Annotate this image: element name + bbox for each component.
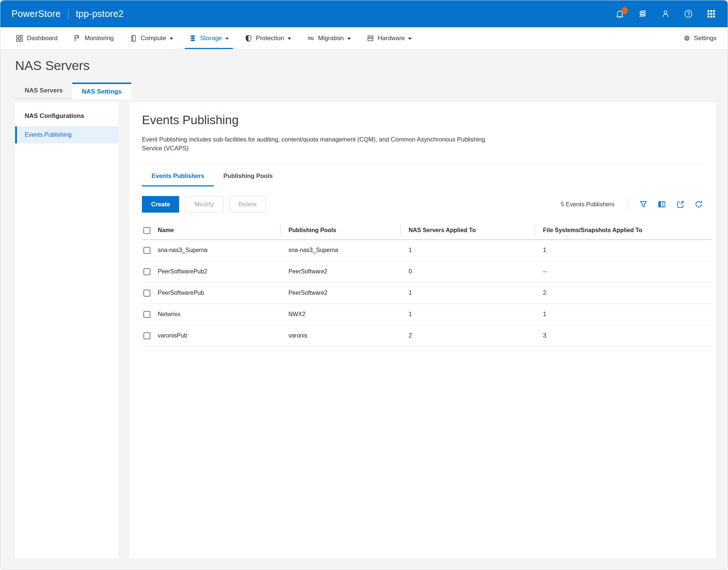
chevron-down-icon (170, 38, 173, 40)
filter-icon[interactable] (638, 199, 648, 209)
cell-nas-servers: 2 (400, 332, 535, 339)
sidebar-header: NAS Configurations (15, 102, 118, 120)
cell-nas-servers: 1 (400, 290, 535, 296)
apps-grid-icon[interactable] (706, 8, 717, 20)
powerstore-app-window: PowerStore tpp-pstore2 (0, 0, 728, 570)
migration-icon (307, 34, 315, 42)
page-title: NAS Servers (15, 58, 728, 73)
nav-label: Monitoring (84, 35, 114, 42)
protection-icon (244, 34, 252, 42)
cell-name: Netwrixx (158, 311, 180, 318)
notification-badge (621, 7, 628, 14)
create-button[interactable]: Create (142, 196, 179, 213)
nav-label: Hardware (378, 35, 405, 42)
cell-publishing-pool: PeerSoftware2 (280, 290, 400, 296)
cell-nas-servers: 1 (400, 247, 535, 253)
cell-file-systems: 1 (535, 311, 711, 318)
compute-icon (129, 34, 137, 42)
subtabs: Events Publishers Publishing Pools (129, 165, 716, 186)
topbar: PowerStore tpp-pstore2 (0, 0, 728, 27)
user-icon[interactable] (660, 8, 671, 20)
chevron-down-icon (288, 38, 291, 40)
tab-nas-settings[interactable]: NAS Settings (72, 83, 131, 99)
cell-publishing-pool: varonis (280, 332, 400, 339)
gear-icon (683, 34, 691, 42)
nav-item-hardware[interactable]: Hardware (359, 27, 420, 49)
cell-publishing-pool: sna-nas3_Superna (280, 247, 400, 253)
main-heading: Events Publishing (142, 113, 715, 127)
settings-label: Settings (694, 35, 717, 42)
nav-item-dashboard[interactable]: Dashboard (8, 27, 65, 49)
cell-nas-servers: 0 (400, 268, 535, 275)
row-checkbox[interactable] (143, 311, 150, 318)
cell-file-systems: 3 (535, 332, 711, 339)
row-checkbox[interactable] (143, 332, 150, 339)
table-row[interactable]: sna-nas3_Superna sna-nas3_Superna 1 1 (142, 240, 711, 261)
chevron-down-icon (347, 38, 351, 40)
modify-button[interactable]: Modify (185, 196, 223, 213)
cell-publishing-pool: NWX2 (280, 311, 400, 318)
export-icon[interactable] (675, 199, 685, 209)
nav-label: Dashboard (27, 35, 58, 42)
columns-icon[interactable] (657, 199, 666, 209)
table-row[interactable]: varonisPub varonis 2 3 (142, 325, 711, 347)
nav-item-migration[interactable]: Migration (299, 27, 359, 49)
sidebar-item-events-publishing[interactable]: Events Publishing (15, 126, 118, 143)
column-header-publishing-pools: Publishing Pools (280, 221, 400, 239)
cell-name: varonisPub (158, 332, 187, 339)
column-header-name: Name (158, 227, 174, 234)
table-row[interactable]: PeerSoftwarePub PeerSoftware2 1 2 (142, 283, 711, 304)
nav-item-compute[interactable]: Compute (122, 27, 181, 49)
subtab-events-publishers[interactable]: Events Publishers (142, 165, 214, 186)
help-icon[interactable] (683, 8, 694, 20)
toolbar: Create Modify Delete 5 Events Publishers (142, 196, 703, 213)
tab-nas-servers[interactable]: NAS Servers (15, 83, 72, 99)
storage-icon (189, 34, 197, 42)
nav-item-storage[interactable]: Storage (181, 27, 237, 49)
chevron-down-icon (225, 38, 229, 40)
sidebar: NAS Configurations Events Publishing (15, 102, 118, 558)
table-row[interactable]: Netwrixx NWX2 1 1 (142, 304, 711, 325)
row-checkbox[interactable] (143, 290, 150, 297)
section-divider (142, 164, 703, 164)
chevron-down-icon (408, 38, 412, 40)
column-header-nas-servers: NAS Servers Applied To (400, 221, 535, 239)
main-nav: Dashboard Monitoring Compute Storage (0, 27, 728, 49)
system-name: tpp-pstore2 (76, 8, 124, 19)
events-publishers-table: Name Publishing Pools NAS Servers Applie… (142, 221, 711, 347)
table-row[interactable]: PeerSoftwarePub2 PeerSoftware2 0 -- (142, 261, 711, 283)
subtab-publishing-pools[interactable]: Publishing Pools (214, 165, 282, 186)
nav-label: Storage (200, 35, 222, 42)
nav-label: Migration (318, 35, 344, 42)
column-header-file-systems: File Systems/Snapshots Applied To (535, 221, 711, 239)
toolbar-right: 5 Events Publishers (561, 197, 703, 211)
cell-name: PeerSoftwarePub (158, 290, 204, 296)
settings-button[interactable]: Settings (679, 27, 721, 49)
refresh-icon[interactable] (694, 199, 703, 209)
nav-item-monitoring[interactable]: Monitoring (65, 27, 121, 49)
cell-file-systems: -- (535, 268, 711, 275)
nav-label: Compute (141, 35, 166, 42)
cell-file-systems: 2 (535, 290, 711, 296)
page-tabs: NAS Servers NAS Settings (15, 83, 728, 99)
table-header-row: Name Publishing Pools NAS Servers Applie… (142, 221, 711, 240)
nav-label: Protection (256, 35, 284, 42)
delete-button[interactable]: Delete (229, 196, 266, 213)
dashboard-icon (15, 34, 24, 42)
hardware-icon (366, 34, 375, 42)
main-panel: Events Publishing Event Publishing inclu… (129, 102, 716, 558)
topbar-divider (68, 8, 69, 20)
jobs-stack-icon[interactable] (637, 8, 648, 20)
row-checkbox[interactable] (143, 247, 150, 254)
cell-name: PeerSoftwarePub2 (158, 268, 207, 275)
cell-file-systems: 1 (535, 247, 711, 253)
toolbar-divider (628, 197, 628, 211)
publishers-count: 5 Events Publishers (561, 201, 614, 208)
nav-item-protection[interactable]: Protection (237, 27, 299, 49)
notifications-bell-icon[interactable] (614, 8, 625, 20)
row-checkbox[interactable] (143, 268, 150, 275)
brand-logo: PowerStore (11, 8, 61, 19)
select-all-checkbox[interactable] (143, 227, 150, 234)
content-area: NAS Configurations Events Publishing Eve… (0, 99, 728, 558)
cell-nas-servers: 1 (400, 311, 535, 318)
